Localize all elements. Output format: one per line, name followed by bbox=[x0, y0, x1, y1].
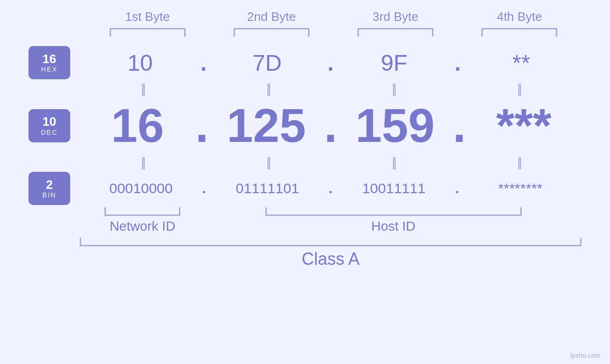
top-bracket-3 bbox=[357, 28, 433, 37]
bin-b4: ******** bbox=[498, 180, 542, 196]
bin-values: 00010000 . 01111101 . 10011111 . *******… bbox=[80, 180, 582, 196]
hex-b4: ** bbox=[512, 50, 530, 76]
dec-badge: 10 DEC bbox=[28, 109, 70, 142]
class-a-bracket bbox=[80, 238, 582, 246]
hex-badge: 16 HEX bbox=[28, 46, 70, 79]
equals-row-2: || || || || bbox=[28, 155, 582, 170]
host-id-label: Host ID bbox=[205, 219, 582, 234]
hex-dot-2: . bbox=[328, 50, 334, 76]
top-bracket-4 bbox=[481, 28, 557, 37]
dec-dot-1: . bbox=[195, 98, 208, 153]
eq-2-3: || bbox=[392, 155, 395, 170]
hex-badge-label: HEX bbox=[41, 65, 58, 73]
dec-row: 10 DEC 16 . 125 . 159 . *** bbox=[28, 98, 582, 153]
hex-values: 10 . 7D . 9F . ** bbox=[80, 50, 582, 76]
dec-values: 16 . 125 . 159 . *** bbox=[80, 98, 582, 153]
byte1-label: 1st Byte bbox=[85, 9, 209, 24]
byte3-label: 3rd Byte bbox=[334, 9, 458, 24]
class-a-label: Class A bbox=[80, 249, 582, 269]
bin-badge: 2 BIN bbox=[28, 172, 70, 205]
eq-1-3: || bbox=[392, 81, 395, 96]
eq-2-4: || bbox=[517, 155, 521, 170]
bracket-network-id bbox=[104, 207, 180, 216]
dec-b2: 125 bbox=[226, 98, 306, 153]
hex-row: 16 HEX 10 . 7D . 9F . ** bbox=[28, 46, 582, 79]
hex-b3: 9F bbox=[381, 50, 407, 76]
dec-b1: 16 bbox=[111, 98, 164, 153]
bin-b3: 10011111 bbox=[362, 180, 425, 196]
equals-row-1: || || || || bbox=[28, 81, 582, 96]
bin-row: 2 BIN 00010000 . 01111101 . 10011111 . *… bbox=[28, 172, 582, 205]
eq-1-4: || bbox=[517, 81, 521, 96]
byte2-label: 2nd Byte bbox=[209, 9, 333, 24]
bin-b1: 00010000 bbox=[109, 180, 172, 196]
network-id-label: Network ID bbox=[80, 219, 205, 234]
hex-badge-num: 16 bbox=[43, 52, 56, 66]
bin-badge-num: 2 bbox=[46, 178, 53, 192]
dec-dot-2: . bbox=[324, 98, 338, 153]
main-container: 1st Byte 2nd Byte 3rd Byte 4th Byte 16 H… bbox=[0, 0, 610, 364]
class-a-section: Class A bbox=[28, 238, 582, 269]
bottom-brackets-row bbox=[80, 207, 582, 216]
top-bracket-1 bbox=[110, 28, 186, 37]
id-labels-row: Network ID Host ID bbox=[80, 219, 582, 234]
watermark: ipshu.com bbox=[570, 352, 601, 359]
dec-dot-3: . bbox=[453, 98, 466, 153]
bin-dot-2: . bbox=[328, 180, 332, 196]
eq-2-1: || bbox=[141, 155, 144, 170]
top-brackets-row bbox=[28, 28, 582, 37]
hex-b1: 10 bbox=[127, 50, 152, 76]
bin-dot-1: . bbox=[202, 180, 206, 196]
bin-dot-3: . bbox=[455, 180, 459, 196]
hex-b2: 7D bbox=[253, 50, 282, 76]
eq-1-2: || bbox=[266, 81, 270, 96]
bin-badge-label: BIN bbox=[42, 191, 56, 199]
hex-dot-1: . bbox=[200, 50, 206, 76]
byte4-label: 4th Byte bbox=[458, 9, 582, 24]
dec-badge-label: DEC bbox=[41, 129, 58, 136]
bracket-host-id bbox=[265, 207, 522, 216]
top-bracket-2 bbox=[234, 28, 310, 37]
dec-b3: 159 bbox=[356, 98, 435, 153]
dec-badge-num: 10 bbox=[43, 115, 56, 129]
hex-dot-3: . bbox=[454, 50, 460, 76]
dec-b4: *** bbox=[496, 98, 552, 153]
bottom-section: Network ID Host ID bbox=[28, 207, 582, 234]
bin-b2: 01111101 bbox=[236, 180, 299, 196]
eq-1-1: || bbox=[141, 81, 144, 96]
eq-2-2: || bbox=[266, 155, 270, 170]
byte-labels-row: 1st Byte 2nd Byte 3rd Byte 4th Byte bbox=[28, 9, 582, 24]
